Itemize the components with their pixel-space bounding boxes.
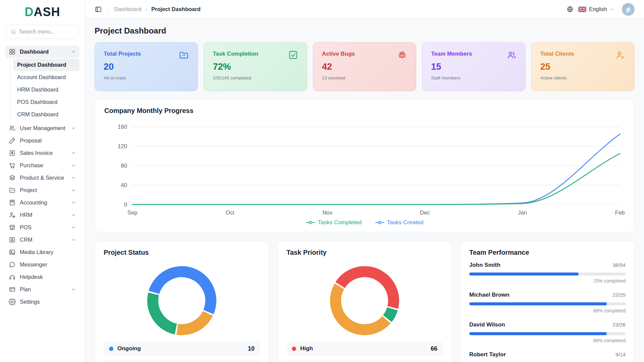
member-progress-fill xyxy=(469,332,607,335)
legend-row-ongoing: Ongoing10 xyxy=(104,342,260,356)
legend-label: High xyxy=(300,345,313,352)
task-priority-panel: Task Priority High66Medium69 xyxy=(277,241,452,362)
legend-value: 66 xyxy=(431,345,437,352)
sidebar-item-label: Product & Service xyxy=(20,175,64,181)
sidebar-item-sales-invoice[interactable]: Sales Invoice xyxy=(5,147,79,159)
member-name: John Smith xyxy=(469,262,500,268)
svg-text:120: 120 xyxy=(118,143,127,149)
stat-card-total-projects: Total Projects20All on track xyxy=(95,42,198,91)
id-card-icon xyxy=(9,236,16,243)
sidebar-item-media-library[interactable]: Media Library xyxy=(5,246,79,258)
legend-item-tasks-created[interactable]: Tasks Created xyxy=(375,219,424,226)
sidebar-toggle-icon[interactable] xyxy=(95,6,102,13)
svg-text:Sep: Sep xyxy=(127,209,138,216)
sidebar-item-plan[interactable]: Plan xyxy=(5,283,79,296)
legend-label: Ongoing xyxy=(117,345,141,352)
stat-subtext: All on track xyxy=(104,75,189,80)
svg-text:Jan: Jan xyxy=(518,209,527,216)
stat-label: Total Clients xyxy=(540,51,626,57)
sidebar-item-crm[interactable]: CRM xyxy=(5,234,79,246)
sidebar-item-dashboard[interactable]: Dashboard xyxy=(5,46,79,58)
sidebar-item-hrm[interactable]: HRM xyxy=(5,209,79,221)
chevron-down-icon xyxy=(71,150,76,156)
team-icon xyxy=(506,50,517,60)
svg-text:80: 80 xyxy=(121,163,127,169)
sidebar-subitem-project-dashboard[interactable]: Project Dashboard xyxy=(13,59,79,71)
stat-cards-row: Total Projects20All on trackTask Complet… xyxy=(95,42,635,91)
sidebar-item-project[interactable]: Project xyxy=(5,184,79,196)
team-performance-panel: Team Performance John Smith38/5470% comp… xyxy=(460,241,635,362)
team-member-david-wilson: David Wilson23/2688% completed xyxy=(469,321,626,343)
sidebar-item-label: Proposal xyxy=(20,137,42,144)
sidebar-item-label: Accounting xyxy=(20,199,47,206)
sidebar-item-proposal[interactable]: Proposal xyxy=(5,134,79,147)
sidebar-item-user-management[interactable]: User Management xyxy=(5,122,79,134)
main-area: Dashboard › Project Dashboard xyxy=(85,0,644,362)
stat-label: Active Bugs xyxy=(322,51,407,57)
sidebar-item-label: CRM xyxy=(20,237,33,243)
breadcrumb-current: Project Dashboard xyxy=(151,6,201,12)
monthly-progress-chart: 16012080400SepOctNovDecJanFeb xyxy=(104,118,625,219)
svg-text:Oct: Oct xyxy=(225,209,234,216)
sidebar-item-pos[interactable]: POS xyxy=(5,221,79,234)
sidebar-item-label: Messenger xyxy=(20,261,47,268)
headset-icon xyxy=(9,274,16,281)
member-progress-fill xyxy=(469,273,579,276)
sidebar-search[interactable] xyxy=(6,25,79,39)
chevron-down-icon xyxy=(71,237,76,242)
member-percent-label: 70% completed xyxy=(469,278,626,284)
member-ratio: 38/54 xyxy=(612,262,626,268)
sidebar-item-label: Plan xyxy=(20,286,31,293)
language-selector[interactable]: English xyxy=(578,6,614,12)
sidebar-item-product-service[interactable]: Product & Service xyxy=(5,172,79,184)
chevron-down-icon xyxy=(71,175,76,180)
bottom-cards-row: Project Status Ongoing10Finished5 Task P… xyxy=(95,241,635,362)
sidebar-subitem-pos-dashboard[interactable]: POS Dashboard xyxy=(13,96,79,108)
sidebar-item-settings[interactable]: Settings xyxy=(5,296,79,308)
sidebar: DASH DashboardProject DashboardAccount D… xyxy=(0,0,85,362)
sidebar-subitem-account-dashboard[interactable]: Account Dashboard xyxy=(13,71,79,83)
member-ratio: 23/26 xyxy=(612,322,626,328)
app-logo: DASH xyxy=(5,0,79,24)
logo-text: ASH xyxy=(34,5,60,19)
globe-icon[interactable] xyxy=(567,6,574,13)
legend-item-tasks-completed[interactable]: Tasks Completed xyxy=(306,219,361,226)
chevron-down-icon xyxy=(71,225,76,230)
logo-letter-d: D xyxy=(24,5,34,19)
sidebar-item-accounting[interactable]: Accounting xyxy=(5,196,79,209)
legend-row-medium: Medium69 xyxy=(286,360,443,362)
search-input[interactable] xyxy=(19,29,85,35)
team-performance-list: John Smith38/5470% completedMichael Brow… xyxy=(469,262,626,362)
sidebar-item-messenger[interactable]: Messenger xyxy=(5,258,79,271)
sidebar-item-label: User Management xyxy=(20,125,65,131)
svg-text:Feb: Feb xyxy=(615,209,625,216)
legend-dot-icon xyxy=(109,347,113,351)
member-name: David Wilson xyxy=(469,321,505,328)
member-progress-bar xyxy=(469,332,626,335)
legend-marker-icon xyxy=(375,221,384,225)
building-icon xyxy=(624,5,632,13)
users-icon xyxy=(9,125,16,132)
chart-legend: Tasks CompletedTasks Created xyxy=(104,219,625,226)
layers-icon xyxy=(9,174,16,181)
user-avatar[interactable] xyxy=(622,3,635,16)
sidebar-subitem-crm-dashboard[interactable]: CRM Dashboard xyxy=(13,108,79,121)
monthly-progress-panel: Company Monthly Progress 16012080400SepO… xyxy=(95,99,635,232)
sidebar-item-purchase[interactable]: Purchase xyxy=(5,159,79,172)
stat-subtext: Staff members xyxy=(431,75,516,80)
chat-icon xyxy=(9,261,16,268)
stat-card-active-bugs: Active Bugs4213 resolved xyxy=(313,42,416,91)
svg-text:Nov: Nov xyxy=(322,209,332,216)
language-label: English xyxy=(589,6,607,12)
member-ratio: 9/14 xyxy=(615,352,626,358)
sidebar-submenu: Project DashboardAccount DashboardHRM Da… xyxy=(10,59,79,121)
cart-icon xyxy=(9,162,16,169)
breadcrumb-dashboard[interactable]: Dashboard xyxy=(114,6,142,12)
chart-title: Company Monthly Progress xyxy=(104,107,625,115)
sidebar-item-label: Sales Invoice xyxy=(20,150,53,156)
sidebar-item-helpdesk[interactable]: Helpdesk xyxy=(5,271,79,283)
stat-subtext: 105/145 completed xyxy=(213,75,298,80)
stat-card-task-completion: Task Completion72%105/145 completed xyxy=(204,42,307,91)
sidebar-subitem-hrm-dashboard[interactable]: HRM Dashboard xyxy=(13,83,79,96)
topbar-divider xyxy=(108,5,108,13)
